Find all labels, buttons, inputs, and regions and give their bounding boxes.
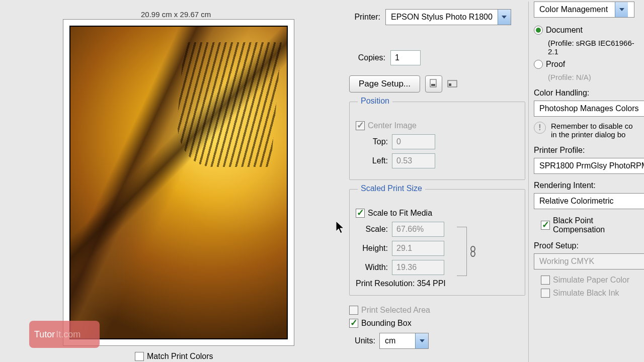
svg-rect-1 xyxy=(431,84,435,86)
center-image-checkbox xyxy=(356,121,365,130)
watermark-badge: TutorIt.com xyxy=(29,321,100,348)
printer-profile-select[interactable]: SPR1800 PrmGlsy PhotoRPM.ic xyxy=(534,158,644,174)
document-radio-label: Document xyxy=(546,26,583,35)
color-handling-label: Color Handling: xyxy=(534,88,644,98)
printer-select[interactable]: EPSON Stylus Photo R1800 xyxy=(385,9,511,25)
scaled-print-size-group: Scaled Print Size Scale to Fit Media Sca… xyxy=(349,189,525,296)
position-top-label: Top: xyxy=(356,137,388,146)
link-bracket-icon xyxy=(457,227,467,276)
preview-dimensions: 20.99 cm x 29.67 cm xyxy=(141,10,211,19)
color-management-panel: Color Management Document (Profile: sRGB… xyxy=(528,2,644,362)
proof-setup-label: Proof Setup: xyxy=(534,241,644,250)
warning-icon: ! xyxy=(534,122,546,134)
width-input xyxy=(392,260,444,275)
color-handling-select[interactable]: Photoshop Manages Colors xyxy=(534,101,644,117)
page-setup-button[interactable]: Page Setup... xyxy=(349,75,420,93)
svg-point-5 xyxy=(471,251,475,256)
proof-setup-select: Working CMYK xyxy=(534,253,644,269)
svg-rect-3 xyxy=(449,83,451,86)
print-preview xyxy=(69,26,288,339)
print-selected-area-checkbox xyxy=(349,306,358,315)
document-profile-text: (Profile: sRGB IEC61966-2.1 xyxy=(548,39,644,56)
document-radio[interactable] xyxy=(534,26,543,35)
rendering-intent-label: Rendering Intent: xyxy=(534,181,644,190)
simulate-paper-color-label: Simulate Paper Color xyxy=(553,276,629,285)
match-print-colors-row[interactable]: Match Print Colors xyxy=(135,352,213,361)
link-chain-icon[interactable] xyxy=(469,246,477,259)
black-point-compensation-label: Black Point Compensation xyxy=(553,216,644,234)
simulate-black-ink-label: Simulate Black Ink xyxy=(553,289,619,298)
proof-radio[interactable] xyxy=(534,60,543,69)
position-top-input xyxy=(392,134,435,149)
page-orientation-portrait-button[interactable] xyxy=(425,75,442,93)
copies-input[interactable] xyxy=(390,50,421,65)
page-orientation-landscape-button[interactable] xyxy=(444,75,461,93)
width-label: Width: xyxy=(356,263,388,272)
black-point-compensation-checkbox[interactable] xyxy=(541,221,550,230)
scale-input xyxy=(392,222,444,237)
position-left-input xyxy=(392,153,435,168)
simulate-black-ink-checkbox xyxy=(541,289,550,298)
position-left-label: Left: xyxy=(356,156,388,165)
bounding-box-label: Bounding Box xyxy=(361,319,412,328)
print-resolution: Print Resolution: 354 PPI xyxy=(356,279,519,288)
print-selected-area-label: Print Selected Area xyxy=(361,306,430,315)
color-handling-warning: ! Remember to disable co in the printer … xyxy=(534,122,644,139)
match-print-colors-checkbox[interactable] xyxy=(135,352,144,361)
scale-to-fit-label: Scale to Fit Media xyxy=(368,209,432,218)
printer-profile-label: Printer Profile: xyxy=(534,146,644,155)
height-label: Height: xyxy=(356,244,388,253)
units-label: Units: xyxy=(349,336,375,345)
scale-to-fit-checkbox[interactable] xyxy=(356,209,365,218)
proof-profile-text: (Profile: N/A) xyxy=(548,73,644,81)
height-input xyxy=(392,241,444,256)
chevron-down-icon xyxy=(615,2,628,17)
copies-label: Copies: xyxy=(349,53,385,62)
rendering-intent-select[interactable]: Relative Colorimetric xyxy=(534,193,644,209)
proof-radio-label: Proof xyxy=(546,60,565,69)
mouse-cursor-icon xyxy=(336,221,346,234)
print-preview-frame xyxy=(63,19,294,346)
printer-label: Printer: xyxy=(349,13,380,22)
simulate-paper-color-checkbox xyxy=(541,276,550,285)
bounding-box-checkbox[interactable] xyxy=(349,319,358,328)
svg-point-4 xyxy=(471,246,475,251)
match-print-colors-label: Match Print Colors xyxy=(147,352,213,361)
chevron-down-icon xyxy=(415,333,428,348)
preview-image xyxy=(70,27,287,338)
units-select[interactable]: cm xyxy=(379,333,429,349)
center-image-label: Center Image xyxy=(368,121,417,130)
scale-label: Scale: xyxy=(356,225,388,234)
color-management-select[interactable]: Color Management xyxy=(534,2,634,18)
position-group: Position Center Image Top: Left: xyxy=(349,102,525,180)
chevron-down-icon xyxy=(498,10,511,25)
